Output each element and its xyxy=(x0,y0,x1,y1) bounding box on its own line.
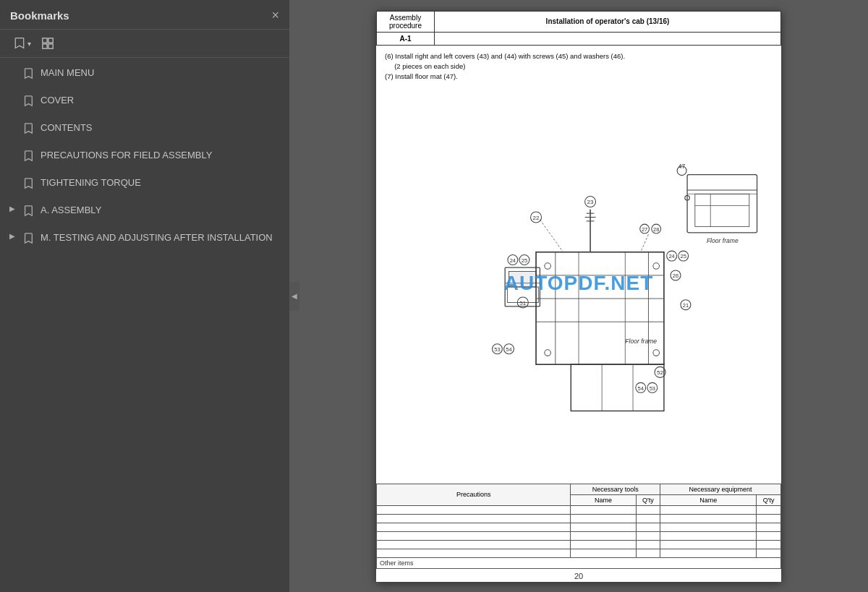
sidebar-item-label: M. TESTING AND ADJUSTING AFTER INSTALLAT… xyxy=(41,232,279,244)
svg-text:53: 53 xyxy=(494,346,500,353)
bookmark-icon-contents xyxy=(23,123,35,137)
svg-text:27: 27 xyxy=(642,226,647,233)
page-number: 20 xyxy=(376,569,781,582)
svg-text:54: 54 xyxy=(638,385,644,392)
watermark: AUTOPDF.NET xyxy=(504,272,654,295)
svg-rect-0 xyxy=(43,38,47,43)
main-content: Assembly procedure Installation of opera… xyxy=(289,0,868,592)
svg-rect-1 xyxy=(48,38,53,43)
equip-name-header: Name xyxy=(660,494,757,505)
sidebar-item-main-menu[interactable]: MAIN MENU xyxy=(0,61,289,88)
procedure-label: Assembly procedure xyxy=(377,11,435,32)
tools-qty-header: Q'ty xyxy=(636,494,660,505)
sidebar-item-contents[interactable]: CONTENTS xyxy=(0,116,289,143)
instruction-line-3: (7) Install floor mat (47). xyxy=(385,72,773,82)
sidebar-item-precautions[interactable]: PRECAUTIONS FOR FIELD ASSEMBLY xyxy=(0,143,289,171)
svg-line-70 xyxy=(540,220,563,252)
svg-text:24: 24 xyxy=(510,257,516,264)
sidebar-item-label: A. ASSEMBLY xyxy=(41,205,279,217)
svg-text:24: 24 xyxy=(668,254,674,260)
bookmark-view-button[interactable]: ▾ xyxy=(10,35,34,51)
doc-body: (6) Install right and left covers (43) a… xyxy=(376,46,781,484)
thumbnail-view-button[interactable] xyxy=(38,35,57,51)
sidebar-item-label: MAIN MENU xyxy=(41,67,279,80)
bookmark-icon xyxy=(13,37,26,50)
svg-text:Floor frame: Floor frame xyxy=(707,237,739,244)
equip-qty-header: Q'ty xyxy=(757,494,781,505)
instruction-line-1: (6) Install right and left covers (43) a… xyxy=(385,51,773,61)
svg-point-62 xyxy=(545,263,551,270)
svg-text:51: 51 xyxy=(519,300,526,306)
svg-point-65 xyxy=(653,350,660,356)
other-items-label: Other items xyxy=(377,557,781,568)
svg-point-64 xyxy=(545,350,551,356)
spacer xyxy=(7,122,17,130)
sidebar-item-testing[interactable]: ▶ M. TESTING AND ADJUSTING AFTER INSTALL… xyxy=(0,226,289,253)
instruction-line-2: (2 pieces on each side) xyxy=(385,61,773,72)
sidebar-item-cover[interactable]: COVER xyxy=(0,88,289,116)
svg-text:26: 26 xyxy=(673,273,678,279)
doc-instructions: (6) Install right and left covers (43) a… xyxy=(385,51,773,82)
precautions-header: Precautions xyxy=(377,484,571,505)
sidebar-toolbar: ▾ xyxy=(0,30,289,58)
svg-text:54: 54 xyxy=(506,346,511,353)
bookmark-icon-precautions xyxy=(23,150,35,164)
svg-text:21: 21 xyxy=(683,302,689,309)
svg-text:25: 25 xyxy=(681,254,686,260)
doc-header: Assembly procedure Installation of opera… xyxy=(376,11,781,46)
bookmark-icon-cover xyxy=(23,95,35,109)
expand-arrow-testing[interactable]: ▶ xyxy=(7,232,17,240)
thumbnail-icon xyxy=(41,37,54,50)
bookmark-icon-tightening xyxy=(23,178,35,192)
doc-title: Installation of operator's cab (13/16) xyxy=(435,11,781,32)
svg-text:Floor frame: Floor frame xyxy=(625,338,657,345)
sidebar-item-assembly[interactable]: ▶ A. ASSEMBLY xyxy=(0,198,289,226)
necessary-tools-header: Necessary tools xyxy=(571,484,660,494)
necessary-equipment-header: Necessary equipment xyxy=(660,484,781,494)
procedure-code: A-1 xyxy=(377,32,435,45)
sidebar-header: Bookmarks × xyxy=(0,0,289,30)
sidebar-item-label: PRECAUTIONS FOR FIELD ASSEMBLY xyxy=(41,150,279,162)
bookmark-icon-assembly xyxy=(23,205,35,219)
bookmark-icon-testing xyxy=(23,233,35,246)
spacer xyxy=(7,95,17,103)
svg-text:28: 28 xyxy=(653,226,659,233)
sidebar-navigation: MAIN MENU COVER CONTENTS PRECAUTIONS FOR… xyxy=(0,58,289,592)
svg-rect-9 xyxy=(695,194,749,227)
sidebar-collapse-button[interactable]: ◀ xyxy=(289,282,299,311)
svg-text:23: 23 xyxy=(587,200,594,206)
sidebar-item-label: COVER xyxy=(41,95,279,107)
svg-point-63 xyxy=(653,263,660,270)
sidebar-close-button[interactable]: × xyxy=(271,9,279,22)
doc-diagram: Floor frame Floor frame 47 xyxy=(385,86,773,480)
bookmark-icon-main-menu xyxy=(23,68,35,82)
svg-rect-3 xyxy=(48,44,53,48)
svg-rect-2 xyxy=(43,44,47,48)
document-page: Assembly procedure Installation of opera… xyxy=(376,11,781,582)
svg-text:53: 53 xyxy=(650,385,655,392)
spacer xyxy=(7,67,17,75)
sidebar-item-label: TIGHTENING TORQUE xyxy=(41,177,279,189)
tools-name-header: Name xyxy=(571,494,636,505)
dropdown-arrow-icon: ▾ xyxy=(27,40,31,48)
sidebar-title: Bookmarks xyxy=(10,9,69,22)
svg-text:22: 22 xyxy=(533,215,540,221)
doc-footer-table: Precautions Necessary tools Necessary eq… xyxy=(376,484,781,569)
sidebar: Bookmarks × ▾ MAIN MENU xyxy=(0,0,289,592)
spacer xyxy=(7,150,17,158)
part-47: 47 xyxy=(677,163,757,233)
svg-rect-6 xyxy=(687,175,757,233)
svg-line-71 xyxy=(641,234,649,252)
svg-text:25: 25 xyxy=(522,257,527,264)
sidebar-item-label: CONTENTS xyxy=(41,122,279,134)
expand-arrow-assembly[interactable]: ▶ xyxy=(7,205,17,213)
sidebar-item-tightening[interactable]: TIGHTENING TORQUE xyxy=(0,171,289,198)
svg-text:52: 52 xyxy=(657,369,663,376)
spacer xyxy=(7,177,17,185)
